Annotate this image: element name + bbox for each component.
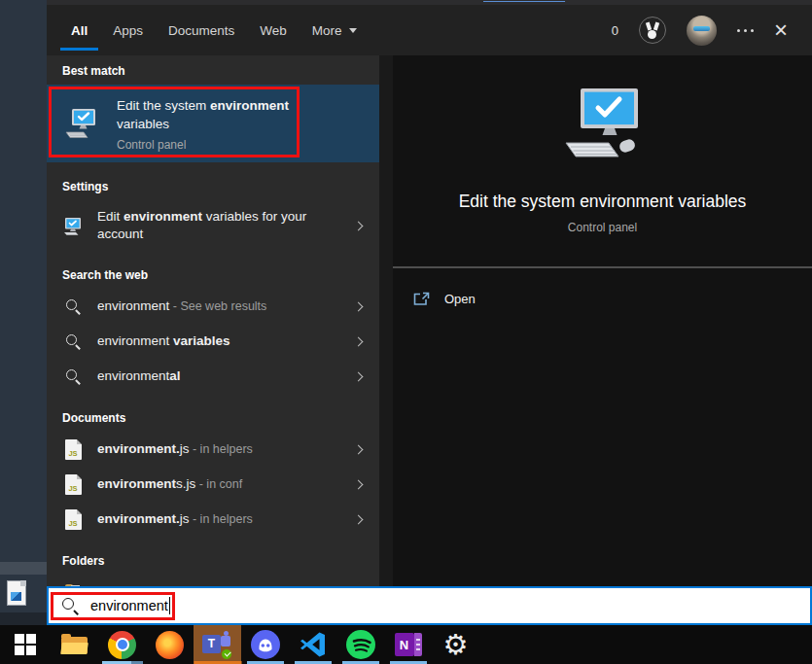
chevron-right-icon[interactable] bbox=[354, 479, 364, 489]
search-tabs: All Apps Documents Web More bbox=[71, 5, 357, 55]
chevron-right-icon[interactable] bbox=[354, 514, 364, 524]
js-file-icon: JS bbox=[65, 439, 82, 460]
start-button[interactable] bbox=[0, 625, 51, 664]
desktop-background-bottom bbox=[0, 612, 47, 625]
taskbar-firefox[interactable] bbox=[146, 625, 194, 664]
open-action[interactable]: Open bbox=[393, 281, 812, 316]
document-result-item[interactable]: JS environment.js - in helpers bbox=[47, 502, 379, 537]
search-icon bbox=[62, 598, 78, 613]
taskbar-settings[interactable]: ⚙ bbox=[432, 625, 479, 664]
screen: TLS handshake All Apps Documents Web Mor… bbox=[0, 0, 812, 664]
tab-all-label: All bbox=[71, 23, 88, 38]
results-panel: Best match Edit the system environment v… bbox=[47, 55, 379, 625]
tab-documents[interactable]: Documents bbox=[168, 5, 234, 55]
taskbar-teams[interactable]: T bbox=[194, 625, 241, 664]
open-action-label: Open bbox=[444, 292, 476, 306]
search-flyout-window: All Apps Documents Web More 0 × Best mat… bbox=[47, 5, 812, 625]
vscode-icon bbox=[300, 631, 327, 658]
topbar-right-cluster: 0 × bbox=[612, 16, 812, 46]
js-file-icon: JS bbox=[65, 509, 82, 530]
status-available-icon bbox=[221, 648, 232, 660]
taskbar: T bbox=[0, 625, 812, 664]
chrome-icon bbox=[108, 631, 136, 659]
section-header-search-the-web: Search the web bbox=[47, 260, 379, 289]
close-icon[interactable]: × bbox=[774, 18, 788, 42]
open-external-icon bbox=[413, 292, 430, 306]
tab-documents-label: Documents bbox=[168, 23, 234, 38]
chevron-right-icon[interactable] bbox=[354, 221, 364, 230]
preview-subtitle: Control panel bbox=[393, 221, 812, 234]
chevron-down-icon bbox=[349, 28, 357, 33]
chevron-right-icon[interactable] bbox=[354, 444, 364, 454]
web-result-text: environment variables bbox=[97, 332, 230, 350]
preview-title: Edit the system environment variables bbox=[393, 192, 812, 212]
windows-logo-icon bbox=[15, 634, 36, 655]
best-match-subtitle: Control panel bbox=[117, 138, 289, 152]
system-properties-large-icon bbox=[552, 88, 653, 168]
best-match-title-line2: variables bbox=[117, 115, 289, 133]
preview-hero bbox=[393, 55, 812, 168]
section-header-settings: Settings bbox=[47, 171, 379, 200]
best-match-item[interactable]: Edit the system environment variables Co… bbox=[47, 85, 379, 162]
tab-apps[interactable]: Apps bbox=[113, 5, 143, 55]
tab-more[interactable]: More bbox=[312, 5, 357, 55]
desktop-file-icon[interactable] bbox=[7, 580, 26, 606]
taskbar-discord[interactable] bbox=[241, 625, 289, 664]
chevron-right-icon[interactable] bbox=[354, 336, 364, 346]
background-link-text: TLS handshake bbox=[483, 0, 565, 3]
tab-apps-label: Apps bbox=[113, 23, 143, 38]
document-result-text: environment.js - in helpers bbox=[97, 510, 253, 528]
more-options-icon[interactable] bbox=[737, 29, 754, 32]
chevron-right-icon[interactable] bbox=[354, 371, 364, 381]
preview-panel: Edit the system environment variables Co… bbox=[393, 55, 812, 625]
spotify-icon bbox=[346, 630, 375, 659]
tab-web-label: Web bbox=[260, 23, 287, 38]
web-result-item[interactable]: environment variables bbox=[47, 324, 379, 359]
section-header-folders: Folders bbox=[47, 545, 379, 575]
taskbar-spotify[interactable] bbox=[336, 625, 384, 664]
settings-result-text: Edit environment variables for your acco… bbox=[97, 208, 321, 243]
search-tab-bar: All Apps Documents Web More 0 × bbox=[47, 5, 812, 55]
document-result-item[interactable]: JS environment.js - in helpers bbox=[47, 432, 379, 467]
onenote-icon: N bbox=[395, 631, 422, 658]
background-window-edge bbox=[0, 562, 47, 575]
document-result-text: environments.js - in conf bbox=[97, 475, 242, 493]
discord-icon bbox=[251, 630, 280, 659]
tab-all[interactable]: All bbox=[71, 5, 88, 55]
section-header-best-match: Best match bbox=[47, 55, 379, 85]
file-explorer-icon bbox=[61, 634, 88, 655]
document-result-text: environment.js - in helpers bbox=[97, 440, 253, 458]
environment-settings-icon bbox=[62, 217, 84, 235]
web-result-text: environmental bbox=[97, 367, 181, 385]
best-match-title-line1: Edit the system environment bbox=[117, 96, 289, 115]
teams-icon: T bbox=[202, 630, 232, 660]
section-header-documents: Documents bbox=[47, 402, 379, 432]
rewards-medal-icon[interactable] bbox=[639, 17, 666, 44]
document-result-item[interactable]: JS environments.js - in conf bbox=[47, 467, 379, 502]
gear-icon: ⚙ bbox=[443, 631, 469, 659]
js-file-icon: JS bbox=[65, 474, 82, 495]
firefox-icon bbox=[156, 631, 184, 659]
settings-result-item[interactable]: Edit environment variables for your acco… bbox=[47, 200, 379, 251]
taskbar-vscode[interactable] bbox=[289, 625, 336, 664]
web-result-item[interactable]: environment - See web results bbox=[47, 289, 379, 324]
web-result-text: environment - See web results bbox=[97, 297, 266, 315]
text-cursor bbox=[169, 597, 170, 614]
web-result-item[interactable]: environmental bbox=[47, 359, 379, 394]
search-icon bbox=[66, 334, 81, 349]
tab-web[interactable]: Web bbox=[260, 5, 287, 55]
taskbar-onenote[interactable]: N bbox=[384, 625, 432, 664]
chevron-right-icon[interactable] bbox=[354, 301, 364, 311]
preview-divider bbox=[393, 266, 812, 268]
search-icon bbox=[66, 299, 81, 314]
taskbar-chrome[interactable] bbox=[98, 625, 146, 664]
best-match-text: Edit the system environment variables Co… bbox=[117, 96, 289, 152]
user-avatar[interactable] bbox=[687, 16, 717, 46]
rewards-count: 0 bbox=[612, 23, 618, 38]
search-icon bbox=[66, 369, 81, 384]
tab-more-label: More bbox=[312, 23, 342, 38]
search-box[interactable]: environment bbox=[47, 586, 812, 625]
taskbar-file-explorer[interactable] bbox=[51, 625, 98, 664]
search-input-value[interactable]: environment bbox=[90, 598, 168, 613]
system-properties-icon bbox=[64, 109, 97, 138]
